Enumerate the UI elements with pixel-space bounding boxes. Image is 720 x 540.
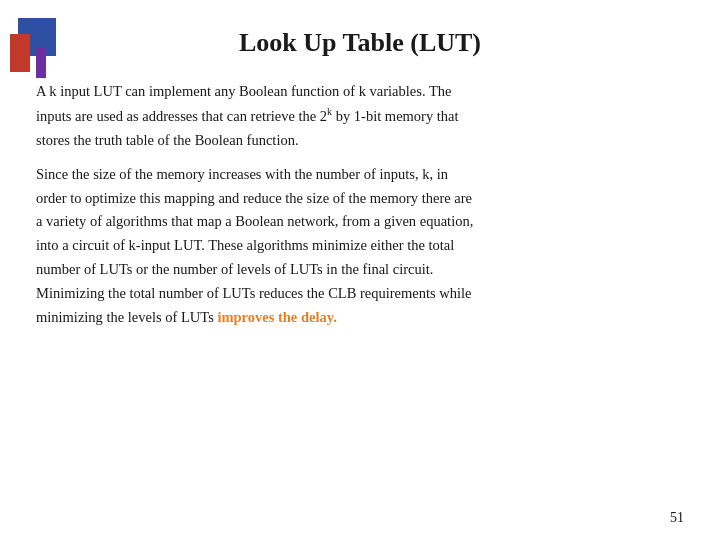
para1-line3: stores the truth table of the Boolean fu… <box>36 132 299 148</box>
deco-red-square <box>10 34 30 72</box>
paragraph-2: Since the size of the memory increases w… <box>36 163 684 330</box>
slide-title: Look Up Table (LUT) <box>36 20 684 58</box>
para2-line4: into a circuit of k-input LUT. These alg… <box>36 237 454 253</box>
para2-line5: number of LUTs or the number of levels o… <box>36 261 433 277</box>
para2-line6: Minimizing the total number of LUTs redu… <box>36 285 472 301</box>
para1-line1: A k input LUT can implement any Boolean … <box>36 83 451 99</box>
page-number: 51 <box>670 510 684 526</box>
para2-line7-prefix: minimizing the levels of LUTs <box>36 309 217 325</box>
para2-link: improves the delay. <box>217 309 336 325</box>
para1-line2-suffix: by 1-bit memory that <box>332 108 458 124</box>
slide-content: A k input LUT can implement any Boolean … <box>36 80 684 330</box>
para2-line1: Since the size of the memory increases w… <box>36 166 448 182</box>
deco-purple-bar <box>36 48 46 78</box>
paragraph-1: A k input LUT can implement any Boolean … <box>36 80 684 153</box>
para2-line2: order to optimize this mapping and reduc… <box>36 190 472 206</box>
slide-container: Look Up Table (LUT) A k input LUT can im… <box>0 0 720 540</box>
para2-line3: a variety of algorithms that map a Boole… <box>36 213 473 229</box>
para1-line2-prefix: inputs are used as addresses that can re… <box>36 108 327 124</box>
